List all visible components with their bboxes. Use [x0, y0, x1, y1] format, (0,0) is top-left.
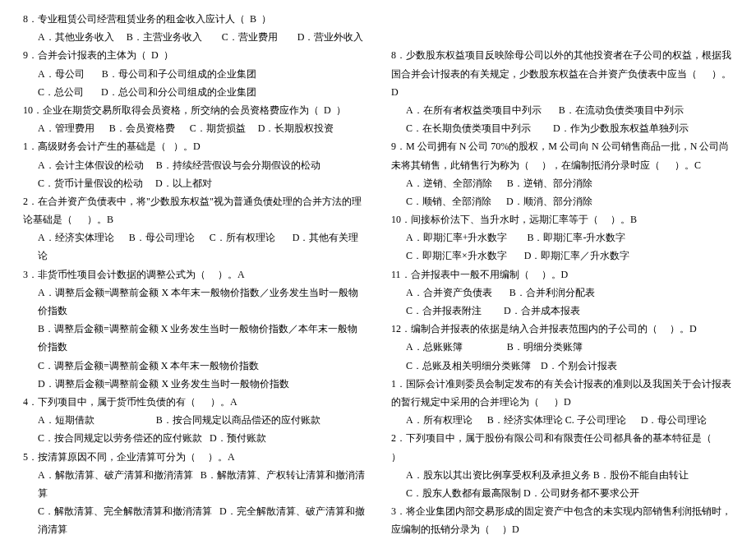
text-line: 2．在合并资产负债表中，将"少数股东权益"视为普通负债处理的合并方法的理论基础是…: [23, 192, 365, 228]
text-line: A．在所有者权益类项目中列示 B．在流动负债类项目中列示: [391, 101, 733, 119]
text-line: A．解散清算、破产清算和撤消清算 B．解散清算、产权转让清算和撤消清算: [23, 466, 365, 502]
text-line: A．经济实体理论 B．母公司理论 C．所有权理论 D．其他有关理论: [23, 228, 365, 265]
text-line: 12．编制合并报表的依据是纳入合并报表范围内的子公司的（ ）。D: [391, 320, 733, 338]
text-line: A．合并资产负债表 B．合并利润分配表: [391, 284, 733, 302]
text-line: 1．国际会计准则委员会制定发布的有关会计报表的准则以及我国关于会计报表的暂行规定…: [391, 375, 733, 411]
text-line: 10．间接标价法下、当升水时，远期汇率等于（ ）。B: [391, 210, 733, 228]
text-line: 3．将企业集团内部交易形成的固定资产中包含的未实现内部销售利润抵销时，应编制的抵…: [391, 502, 733, 535]
text-line: 2．下列项目中，属于股份有限公司和有限责任公司都具备的基本特征是（ ）: [391, 429, 733, 465]
text-line: A．会计主体假设的松动 B．持续经营假设与会分期假设的松动: [23, 156, 365, 174]
text-line: 8．少数股东权益项目反映除母公司以外的其他投资者在子公司的权益，根据我国合并会计…: [391, 46, 733, 101]
text-line: C．调整后金额=调整前金额 X 本年末一般物价指数: [23, 357, 365, 375]
text-line: 11．合并报表中一般不用编制（ ）。D: [391, 265, 733, 284]
text-line: 10．企业在期货交易所取得会员资格，所交纳的会员资格费应作为（ D ）: [23, 101, 365, 119]
text-line: A．其他业务收入 B．主营业务收入 C．营业费用 D．营业外收入: [23, 28, 365, 46]
text-line: A．即期汇率+升水数字 B．即期汇率-升水数字: [391, 228, 733, 247]
text-line: 5．按清算原因不同，企业清算可分为（ ）。A: [23, 448, 365, 466]
text-line: 3．非货币性项目会计数据的调整公式为（ ）。A: [23, 265, 365, 284]
right-column: 8．少数股东权益项目反映除母公司以外的其他投资者在子公司的权益，根据我国合并会计…: [391, 10, 733, 535]
text-line: C．按合同规定以劳务偿还的应付账款 D．预付账款: [23, 429, 365, 447]
text-line: C．即期汇率×升水数字 D．即期汇率／升水数字: [391, 247, 733, 265]
text-line: D．调整后金额=调整前金额 X 业务发生当时一般物价指数: [23, 375, 365, 393]
text-line: C．顺销、全部消除 D．顺消、部分消除: [391, 192, 733, 210]
text-line: 4．下列项目中，属于货币性负债的有（ ）。A: [23, 393, 365, 411]
text-line: C．合并报表附注 D．合并成本报表: [391, 302, 733, 320]
text-line: C．解散清算、完全解散清算和撤消清算 D．完全解散清算、破产清算和撤消清算: [23, 502, 365, 535]
text-line: A．母公司 B．母公司和子公司组成的企业集团: [23, 65, 365, 83]
text-line: C．总账及相关明细分类账簿 D．个别会计报表: [391, 357, 733, 375]
text-line: A．股东以其出资比例享受权利及承担义务 B．股份不能自由转让: [391, 466, 733, 484]
text-line: A．总账账簿 B．明细分类账簿: [391, 338, 733, 356]
text-line: A．逆销、全部消除 B．逆销、部分消除: [391, 174, 733, 192]
text-line: C．总公司 D．总公司和分公司组成的企业集团: [23, 83, 365, 101]
text-line: C．股东人数都有最高限制 D．公司财务都不要求公开: [391, 484, 733, 502]
left-column: 8．专业租赁公司经营租赁业务的租金收入应计人（ B ）A．其他业务收入 B．主营…: [23, 10, 365, 535]
text-line: A．管理费用 B．会员资格费 C．期货损益 D．长期股权投资: [23, 119, 365, 137]
text-line: C．在长期负债类项目中列示 D．作为少数股东权益单独列示: [391, 119, 733, 137]
text-line: A．调整后金额=调整前金额 X 本年末一般物价指数／业务发生当时一般物价指数: [23, 284, 365, 320]
text-line: 9．合并会计报表的主体为（ D ）: [23, 46, 365, 64]
text-line: A．所有权理论 B．经济实体理论 C. 子公司理论 D．母公司理论: [391, 411, 733, 429]
text-line: B．调整后金额=调整前金额 X 业务发生当时一般物价指数／本年末一般物价指数: [23, 320, 365, 356]
text-line: 1．高级财务会计产生的基础是（ ）。D: [23, 137, 365, 155]
text-line: A．短期借款 B．按合同规定以商品偿还的应付账款: [23, 411, 365, 429]
page-container: 8．专业租赁公司经营租赁业务的租金收入应计人（ B ）A．其他业务收入 B．主营…: [0, 0, 756, 535]
text-line: C．货币计量假设的松动 D．以上都对: [23, 174, 365, 192]
text-line: 8．专业租赁公司经营租赁业务的租金收入应计人（ B ）: [23, 10, 365, 28]
text-line: 9．M 公司拥有 N 公司 70%的股权，M 公司向 N 公司销售商品一批，N …: [391, 137, 733, 173]
